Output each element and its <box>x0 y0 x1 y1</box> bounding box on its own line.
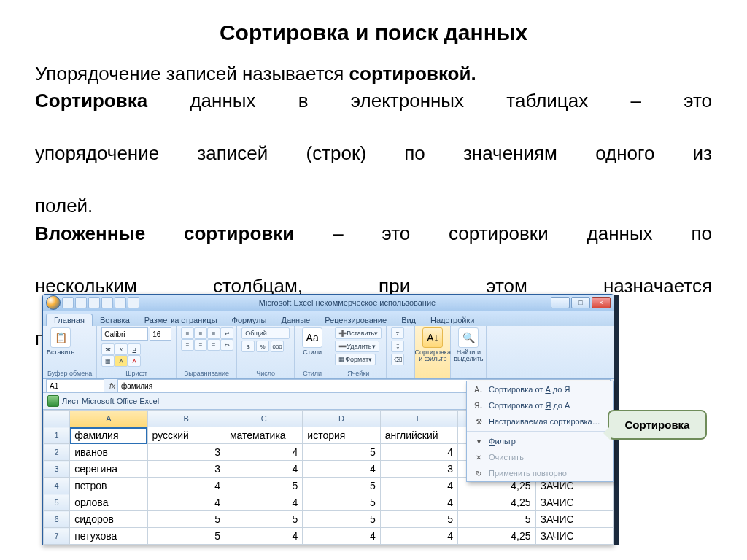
cell[interactable]: 3 <box>147 461 225 478</box>
comma-icon[interactable]: 000 <box>271 341 284 352</box>
tab-layout[interactable]: Разметка страницы <box>137 314 225 326</box>
qat-icon[interactable] <box>115 297 126 308</box>
cell[interactable]: серегина <box>70 461 147 478</box>
name-box[interactable]: A1 <box>46 379 104 392</box>
menu-custom-sort[interactable]: ⚒Настраиваемая сортировка… <box>467 413 613 429</box>
autosum-button[interactable]: Σ <box>391 327 404 339</box>
underline-button[interactable]: Ч <box>128 343 141 355</box>
fill-color-button[interactable]: A <box>115 355 128 367</box>
format-cells-button[interactable]: ▦ Формат ▾ <box>335 354 376 365</box>
tab-review[interactable]: Рецензирование <box>317 314 394 326</box>
font-size-select[interactable]: 16 <box>150 327 171 341</box>
cell[interactable]: петухова <box>70 528 147 545</box>
cell[interactable]: 4 <box>380 494 457 511</box>
office-button[interactable] <box>46 295 61 310</box>
cell[interactable]: 5 <box>147 528 225 545</box>
tab-home[interactable]: Главная <box>46 314 93 326</box>
menu-filter[interactable]: ▾Фильтр <box>467 433 613 449</box>
cell[interactable]: математика <box>225 427 302 444</box>
cell[interactable]: 5 <box>380 511 457 528</box>
tab-addins[interactable]: Надстройки <box>423 314 481 326</box>
merge-icon[interactable]: ⇔ <box>220 339 233 351</box>
minimize-button[interactable]: — <box>551 297 570 308</box>
cell[interactable]: 4 <box>303 461 380 478</box>
row-header[interactable]: 2 <box>44 444 70 461</box>
cell[interactable]: 4 <box>225 444 302 461</box>
align-right-icon[interactable]: ≡ <box>207 339 220 351</box>
menu-sort-az[interactable]: A↓Сортировка от А до Я <box>467 381 613 397</box>
cell[interactable]: ЗАЧИС <box>535 528 614 545</box>
cell[interactable]: 4 <box>303 528 380 545</box>
cell[interactable]: иванов <box>70 444 147 461</box>
row-header[interactable]: 7 <box>44 528 70 545</box>
cell[interactable]: 3 <box>147 444 225 461</box>
col-header-b[interactable]: B <box>147 411 225 427</box>
tab-data[interactable]: Данные <box>274 314 317 326</box>
cell[interactable]: 4 <box>147 494 225 511</box>
cell[interactable]: фамилия <box>70 427 147 444</box>
cell[interactable]: 4 <box>380 478 457 494</box>
cell[interactable]: 5 <box>303 511 380 528</box>
align-bottom-icon[interactable]: ≡ <box>207 327 220 339</box>
cell[interactable]: ЗАЧИС <box>535 511 614 528</box>
delete-cells-button[interactable]: ➖ Удалить ▾ <box>335 341 379 352</box>
cell[interactable]: 5 <box>303 444 380 461</box>
styles-button[interactable]: Aa Стили <box>299 327 325 356</box>
border-button[interactable]: ▦ <box>101 355 115 367</box>
cell[interactable]: 5 <box>147 511 225 528</box>
cell[interactable]: русский <box>147 427 225 444</box>
number-format-select[interactable]: Общий <box>241 327 290 339</box>
cell[interactable]: 5 <box>225 511 302 528</box>
maximize-button[interactable]: □ <box>571 297 590 308</box>
redo-icon[interactable] <box>88 297 100 308</box>
clear-button[interactable]: ⌫ <box>391 354 404 365</box>
paste-button[interactable]: 📋 Вставить <box>47 327 74 356</box>
cell[interactable]: английский <box>380 427 457 444</box>
row-header[interactable]: 6 <box>44 511 70 528</box>
cell[interactable]: 5 <box>303 478 380 494</box>
cell[interactable]: сидоров <box>70 511 147 528</box>
align-center-icon[interactable]: ≡ <box>194 339 207 351</box>
currency-icon[interactable]: $ <box>241 341 255 352</box>
cell[interactable]: 4,25 <box>458 528 535 545</box>
cell[interactable]: 4 <box>225 528 302 545</box>
cell[interactable]: 4 <box>225 461 302 478</box>
cell[interactable]: петров <box>70 478 147 494</box>
font-color-button[interactable]: A <box>128 355 141 367</box>
tab-view[interactable]: Вид <box>394 314 423 326</box>
cell[interactable]: 4,25 <box>458 494 535 511</box>
col-header-e[interactable]: E <box>380 411 457 427</box>
cell[interactable]: 5 <box>458 511 535 528</box>
col-header-c[interactable]: C <box>225 411 302 427</box>
cell[interactable]: 4 <box>380 528 457 545</box>
undo-icon[interactable] <box>75 297 87 308</box>
cell[interactable]: орлова <box>70 494 147 511</box>
find-select-button[interactable]: 🔍 Найти и выделить <box>455 327 481 362</box>
row-header[interactable]: 5 <box>44 494 70 511</box>
cell[interactable]: 4 <box>380 444 457 461</box>
tab-formulas[interactable]: Формулы <box>225 314 274 326</box>
close-button[interactable]: × <box>592 297 611 308</box>
percent-icon[interactable]: % <box>256 341 269 352</box>
wrap-text-icon[interactable]: ↩ <box>220 327 233 339</box>
cell[interactable]: 4 <box>147 478 225 494</box>
select-all-corner[interactable] <box>44 411 70 427</box>
cell[interactable]: 5 <box>225 478 302 494</box>
cell[interactable]: история <box>303 427 380 444</box>
bold-button[interactable]: Ж <box>101 343 115 355</box>
cell[interactable]: 5 <box>303 494 380 511</box>
menu-sort-za[interactable]: Я↓Сортировка от Я до А <box>467 397 613 413</box>
cell[interactable]: 3 <box>380 461 457 478</box>
qat-icon[interactable] <box>128 297 139 308</box>
align-left-icon[interactable]: ≡ <box>181 339 194 351</box>
row-header[interactable]: 3 <box>44 461 70 478</box>
save-icon[interactable] <box>62 297 74 308</box>
qat-icon[interactable] <box>101 297 113 308</box>
col-header-a[interactable]: A <box>70 411 147 427</box>
tab-insert[interactable]: Вставка <box>93 314 137 326</box>
cell[interactable]: 4 <box>225 494 302 511</box>
col-header-d[interactable]: D <box>303 411 380 427</box>
insert-cells-button[interactable]: ➕ Вставить ▾ <box>335 327 382 339</box>
align-top-icon[interactable]: ≡ <box>181 327 194 339</box>
align-middle-icon[interactable]: ≡ <box>194 327 207 339</box>
